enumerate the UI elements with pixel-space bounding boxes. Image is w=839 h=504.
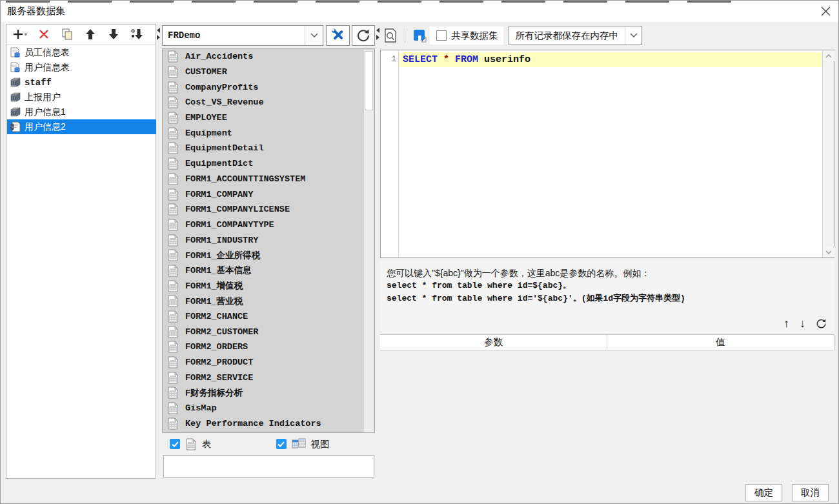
- dataset-label: 用户信息表: [25, 62, 70, 74]
- table-icon: [167, 219, 180, 231]
- table-list-item[interactable]: Air_Accidents: [163, 49, 374, 65]
- top-edge-artifact: [6, 1, 735, 3]
- cancel-button[interactable]: 取消: [792, 484, 829, 501]
- collapse-right-icon[interactable]: [376, 28, 379, 33]
- filter-tables[interactable]: 表: [170, 438, 212, 450]
- copy-dataset-button[interactable]: [57, 26, 77, 43]
- server-dataset-dialog: 服务器数据集 员工信息表用户信息表s: [0, 0, 839, 504]
- expand-right-icon[interactable]: [376, 35, 379, 40]
- dataset-label: 用户信息1: [25, 106, 66, 118]
- chevron-down-icon[interactable]: [625, 26, 642, 45]
- move-up-button[interactable]: [80, 26, 101, 43]
- table-list-item[interactable]: FORM1_营业税: [163, 294, 374, 309]
- sort-icon[interactable]: [126, 26, 147, 43]
- table-name: GisMap: [185, 403, 217, 413]
- page-title: 服务器数据集: [7, 5, 65, 17]
- server-dataset-icon: [9, 77, 22, 88]
- table-list-item[interactable]: F财务指标分析: [163, 385, 374, 401]
- table-list-item[interactable]: FORM1_基本信息: [163, 263, 374, 279]
- dataset-list-panel: 员工信息表用户信息表staff上报用户用户信息1用户信息2: [6, 24, 156, 479]
- param-column-header[interactable]: 参数: [380, 335, 607, 350]
- table-name: FORM2_PRODUCT: [185, 358, 253, 367]
- table-list-item[interactable]: CompanyProfits: [163, 79, 374, 95]
- query-toolbar: 共享数据集 所有记录都保存在内存中: [380, 25, 834, 46]
- collapse-left-icon[interactable]: [157, 28, 160, 33]
- scroll-down-icon[interactable]: [823, 247, 834, 257]
- add-dataset-button[interactable]: [10, 26, 31, 43]
- refresh-tables-button[interactable]: [352, 25, 375, 46]
- dataset-list-item[interactable]: 上报用户: [7, 90, 156, 105]
- table-list-item[interactable]: FORM2_PRODUCT: [163, 355, 374, 370]
- table-search-input[interactable]: [163, 455, 374, 478]
- dataset-list-item[interactable]: 用户信息2: [7, 119, 156, 134]
- scroll-up-icon[interactable]: [823, 50, 834, 61]
- param-column-header[interactable]: 值: [607, 335, 834, 350]
- share-dataset-option[interactable]: 共享数据集: [430, 26, 503, 45]
- table-list-item[interactable]: FORM2_CUSTOMER: [163, 324, 374, 339]
- table-list-item[interactable]: FORM1_增值税: [163, 278, 374, 294]
- dataset-label: 上报用户: [25, 92, 61, 103]
- dataset-list-item[interactable]: 员工信息表: [7, 45, 156, 60]
- dataset-list-item[interactable]: 用户信息1: [7, 105, 156, 119]
- ok-button[interactable]: 确定: [745, 484, 782, 501]
- move-down-button[interactable]: [103, 26, 124, 43]
- param-move-down-icon[interactable]: ↓: [800, 318, 805, 329]
- checkbox-checked-icon[interactable]: [170, 439, 180, 449]
- table-icon: [167, 188, 180, 201]
- sql-editor[interactable]: 1 SELECT * FROM userinfo: [380, 50, 834, 258]
- editor-scrollbar[interactable]: [822, 50, 834, 257]
- sql-current-line[interactable]: SELECT * FROM userinfo: [399, 52, 822, 67]
- table-list-item[interactable]: GisMap: [163, 401, 374, 416]
- table-list-item[interactable]: FORM1_INDUSTRY: [163, 232, 374, 248]
- param-move-up-icon[interactable]: ↑: [783, 318, 789, 329]
- connection-select[interactable]: FRDemo: [162, 25, 323, 46]
- table-list-scrollbar[interactable]: [364, 50, 374, 433]
- filter-views[interactable]: 视图: [276, 438, 330, 450]
- scrollbar-thumb[interactable]: [365, 51, 373, 110]
- table-list-item[interactable]: FORM1_企业所得税: [163, 248, 374, 263]
- expand-left-icon[interactable]: [157, 35, 160, 40]
- delete-dataset-button[interactable]: [34, 26, 54, 43]
- table-icon: [167, 356, 180, 368]
- refresh-icon: [356, 28, 370, 43]
- connection-config-button[interactable]: [326, 25, 350, 46]
- splitter-right[interactable]: [376, 28, 380, 40]
- table-name: FORM1_营业税: [185, 296, 243, 307]
- share-dataset-checkbox[interactable]: [436, 30, 447, 41]
- table-list-item[interactable]: EMPLOYEE: [163, 110, 374, 126]
- table-list-item[interactable]: MAP: [163, 431, 374, 433]
- close-icon[interactable]: [816, 3, 834, 19]
- storage-mode-value: 所有记录都保存在内存中: [509, 30, 625, 42]
- dataset-doc-button[interactable]: [409, 27, 430, 44]
- table-list-item[interactable]: Key Performance Indicators: [163, 416, 374, 432]
- table-icon: [185, 438, 197, 450]
- preview-button[interactable]: [380, 27, 401, 44]
- table-list-item[interactable]: FORM1_ACCOUNTTINGSYSTEM: [163, 172, 374, 187]
- chevron-down-icon[interactable]: [305, 26, 323, 45]
- table-list-item[interactable]: FORM2_ORDERS: [163, 339, 374, 355]
- editor-gutter: 1: [381, 50, 399, 257]
- table-list-item[interactable]: EquipmentDetail: [163, 141, 374, 156]
- param-refresh-icon[interactable]: [816, 318, 827, 329]
- table-list-item[interactable]: EquipmentDict: [163, 156, 374, 172]
- dataset-list-item[interactable]: staff: [7, 75, 156, 90]
- dataset-list-item[interactable]: 用户信息表: [7, 60, 156, 75]
- tools-icon: [330, 28, 346, 43]
- toolbar-separator: [405, 28, 405, 43]
- table-list-item[interactable]: CUSTOMER: [163, 65, 374, 80]
- table-list-item[interactable]: Equipment: [163, 125, 374, 141]
- preview-icon: [384, 28, 397, 43]
- parameter-table-body[interactable]: [380, 350, 834, 479]
- storage-mode-select[interactable]: 所有记录都保存在内存中: [509, 26, 643, 45]
- table-list: Air_AccidentsCUSTOMERCompanyProfitsCost_…: [162, 48, 375, 433]
- table-list-item[interactable]: FORM2_CHANCE: [163, 309, 374, 325]
- table-list-item[interactable]: FORM1_COMPANY: [163, 186, 374, 202]
- splitter-left[interactable]: [156, 28, 161, 40]
- checkbox-checked-icon[interactable]: [276, 439, 287, 449]
- table-list-item[interactable]: FORM1_COMPANYTYPE: [163, 217, 374, 233]
- parameter-table-header: 参数值: [380, 334, 834, 350]
- table-list-item[interactable]: FORM1_COMPANYLICENSE: [163, 202, 374, 217]
- table-list-item[interactable]: FORM2_SERVICE: [163, 370, 374, 385]
- table-name: EMPLOYEE: [185, 113, 227, 123]
- table-list-item[interactable]: Cost_VS_Revenue: [163, 95, 374, 110]
